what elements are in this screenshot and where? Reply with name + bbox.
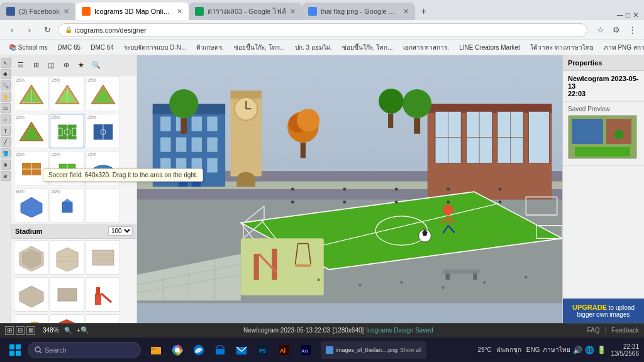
bookmark-star[interactable]: ☆: [594, 23, 608, 37]
taskbar-store[interactable]: [210, 339, 230, 361]
back-button[interactable]: ‹: [5, 23, 19, 37]
sprite-soccer-field[interactable]: 25%: [50, 114, 84, 148]
tool-zoom[interactable]: 🔍: [1, 80, 11, 90]
taskbar-file-explorer[interactable]: [146, 339, 166, 361]
tab-search[interactable]: thai flag png - Google Search ✕: [302, 3, 415, 20]
tool-text[interactable]: T: [1, 126, 11, 136]
sprite-box-blue[interactable]: 80%: [14, 188, 48, 222]
bookmark-png[interactable]: ภาพ PNG สกาหไดล...: [600, 41, 644, 53]
sprite-playground-complex[interactable]: [14, 314, 48, 323]
bookmark-docs[interactable]: เอกสาร ทาสการ.: [399, 41, 453, 53]
tool-hand[interactable]: ✋: [1, 92, 11, 102]
icograms-tab-close[interactable]: ✕: [177, 8, 182, 16]
tab-icograms[interactable]: Icograms 3D Map Online Desig... ✕: [75, 3, 189, 20]
taskbar-an[interactable]: An: [296, 339, 316, 361]
extensions-button[interactable]: ⚙: [609, 23, 623, 37]
sprite-playground-2[interactable]: [50, 314, 84, 323]
bottom-file-item[interactable]: images_of_theilan....png Show all: [321, 341, 426, 359]
sprite-stadium-4[interactable]: [14, 277, 48, 312]
tool-picker[interactable]: ⊕: [1, 160, 11, 170]
new-tab-button[interactable]: +: [415, 3, 433, 20]
search-tab-close[interactable]: ✕: [403, 8, 409, 16]
sb-tool-4[interactable]: ⊕: [59, 58, 73, 72]
close-button[interactable]: ✕: [633, 11, 639, 19]
sprite-empty-2[interactable]: [86, 314, 120, 323]
maximize-button[interactable]: □: [626, 11, 630, 19]
bookmark-tiv[interactable]: ติวเกษตร.: [192, 41, 228, 53]
system-clock[interactable]: 22:31 13/5/2566: [611, 343, 640, 357]
tool-bucket[interactable]: 🪣: [1, 148, 11, 158]
sprite-row-stadium-1: [11, 239, 136, 276]
sb-tool-search[interactable]: 🔍: [89, 58, 103, 72]
bookmark-debate[interactable]: โต้วาทะ ทางภาษาไทย: [526, 41, 597, 53]
svg-point-139: [291, 188, 294, 191]
grid-icon-1[interactable]: ⊞: [5, 326, 14, 335]
zoom-in-btn[interactable]: +🔍: [77, 326, 89, 334]
sprite-small-box[interactable]: 50%: [50, 188, 84, 222]
sprite-stadium-5[interactable]: [50, 277, 84, 312]
bookmark-shop2[interactable]: ซ่อยขึ้นโก๊ะ, โทก...: [338, 41, 397, 53]
sb-tool-1[interactable]: ☰: [14, 58, 28, 72]
sb-tool-5[interactable]: ★: [74, 58, 88, 72]
svg-rect-130: [272, 249, 277, 280]
svg-marker-164: [575, 147, 630, 156]
bookmark-dmc64[interactable]: DMC 64: [87, 43, 118, 52]
taskbar-chrome[interactable]: [167, 339, 187, 361]
tool-line[interactable]: ╱: [1, 137, 11, 147]
tool-circle[interactable]: ○: [1, 114, 11, 124]
search-tab-label: thai flag png - Google Search: [321, 8, 399, 15]
sprite-soccer-blue[interactable]: 25%: [86, 114, 120, 148]
tab-facebook[interactable]: (3) Facebook ✕: [0, 3, 75, 20]
menu-button[interactable]: ⋮: [625, 23, 639, 37]
fb-tab-close[interactable]: ✕: [64, 8, 69, 16]
bookmark-dmc65[interactable]: DMC 65: [53, 43, 84, 52]
sprite-playground-slide[interactable]: [86, 277, 120, 312]
category-zoom-select[interactable]: 100 75 50 125: [108, 226, 133, 236]
sb-tool-2[interactable]: ⊞: [29, 58, 43, 72]
zoom-out-btn[interactable]: 🔍: [64, 327, 72, 334]
tool-eraser[interactable]: ⊘: [1, 171, 11, 181]
start-button[interactable]: [5, 339, 25, 361]
sprite-baseball-2[interactable]: 25%: [50, 77, 84, 111]
sheets-tab-close[interactable]: ✕: [290, 8, 296, 16]
scene-svg: [137, 55, 562, 323]
tool-move[interactable]: ✥: [1, 69, 11, 79]
taskbar-edge[interactable]: [189, 339, 209, 361]
minimize-button[interactable]: ─: [617, 10, 623, 20]
sprite-baseball-3[interactable]: 25%: [86, 77, 120, 111]
feedback-link[interactable]: Feedback: [611, 327, 639, 334]
sprite-scroll-area[interactable]: 25% 25% 25% 25%: [11, 75, 136, 323]
grid-icon-2[interactable]: ⊟: [16, 326, 25, 335]
upgrade-section[interactable]: UPGRADE to upload bigger own images: [563, 299, 644, 323]
sprite-stadium-1[interactable]: [14, 240, 48, 275]
bookmark-line[interactable]: LINE Creators Market: [455, 43, 524, 52]
bookmark-shop1[interactable]: ซ่อยขึ้นโก๊ะ, โทก...: [230, 41, 289, 53]
reload-button[interactable]: ↻: [40, 23, 54, 37]
faq-link[interactable]: FAQ: [587, 327, 599, 334]
status-bar-doc: NewIcogram 2023-05-13 22:03: [243, 327, 330, 334]
bookmark-system[interactable]: ระบบจัดการแบบ O-N...: [120, 41, 190, 53]
bookmark-schoolms[interactable]: 📚 School ms: [5, 43, 51, 52]
sprite-baseball-4[interactable]: 25%: [14, 114, 48, 148]
sprite-stadium-2[interactable]: [50, 240, 84, 275]
tool-rect[interactable]: ▭: [1, 103, 11, 113]
bottom-show-all[interactable]: Show all: [400, 347, 421, 353]
taskbar-search[interactable]: Search: [28, 342, 141, 358]
sprite-stadium-3[interactable]: [86, 240, 120, 275]
system-tray[interactable]: ENG ภาษาไทย 🔊 🌐 🔋: [526, 345, 606, 354]
forward-button[interactable]: ›: [23, 23, 36, 37]
preview-thumbnail[interactable]: [568, 115, 637, 159]
taskbar-ps[interactable]: Ps: [253, 339, 273, 361]
taskbar-mail[interactable]: [231, 339, 252, 361]
sprite-baseball-1[interactable]: 25%: [14, 77, 48, 111]
sb-tool-3[interactable]: ◫: [44, 58, 58, 72]
taskbar-ai[interactable]: Ai: [274, 339, 294, 361]
tool-cursor[interactable]: ↖: [1, 58, 11, 68]
grid-icon-3[interactable]: ⊠: [26, 326, 35, 335]
tab-sheets[interactable]: ตารางผล03 - Google ไฟล์ ✕: [189, 3, 302, 20]
url-input[interactable]: 🔒 icograms.com/designer: [58, 23, 587, 37]
bookmark-pk3[interactable]: ปก. 3 ออมไผ่.: [291, 41, 336, 53]
main-canvas[interactable]: [137, 55, 562, 323]
sprite-empty[interactable]: [86, 188, 120, 222]
svg-rect-66: [207, 138, 217, 152]
